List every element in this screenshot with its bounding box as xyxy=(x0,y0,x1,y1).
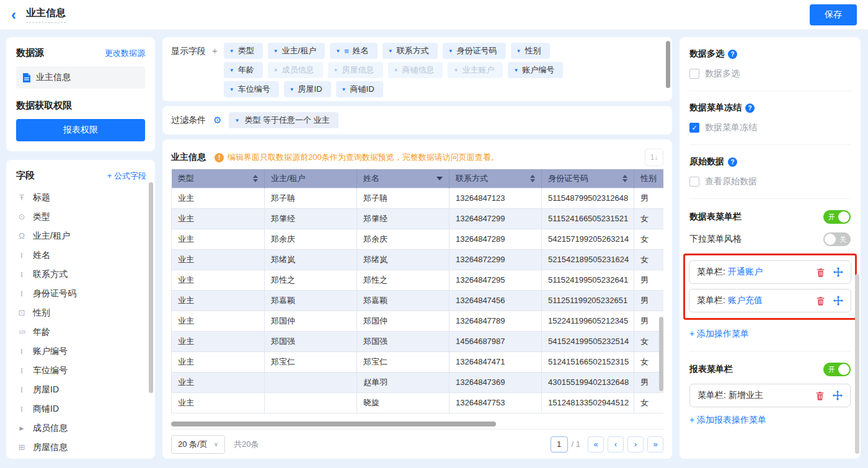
chip-label: 姓名 xyxy=(353,45,369,56)
help-icon[interactable]: ? xyxy=(728,50,737,59)
trash-icon[interactable] xyxy=(816,268,825,277)
table-title: 业主信息 xyxy=(171,152,206,163)
toggle-knob xyxy=(825,234,836,245)
display-field-chip[interactable]: ▼身份证号码 xyxy=(443,43,506,59)
display-fields-panel: 显示字段 + ▼类型▼业主/租户▼≡姓名▼联系方式▼身份证号码▼性别▼年龄▼成员… xyxy=(162,37,672,101)
filter-condition-chip[interactable]: ▼ 类型 等于任意一个 业主 xyxy=(229,112,338,128)
field-item[interactable]: I身份证号码 xyxy=(16,284,146,303)
field-item[interactable]: ⊡性别 xyxy=(16,303,146,322)
chip-label: 房屋信息 xyxy=(342,64,374,76)
field-item[interactable]: I商铺ID xyxy=(16,399,146,418)
raw-data-checkbox[interactable] xyxy=(689,177,699,187)
field-item[interactable]: I车位编号 xyxy=(16,361,146,380)
table-menu-title: 数据表菜单栏 xyxy=(689,211,742,223)
column-header[interactable]: 身份证号码 xyxy=(542,169,634,188)
display-field-chip[interactable]: ▼业主/租户 xyxy=(268,43,326,59)
report-menu-toggle[interactable]: 开 xyxy=(823,363,851,376)
table-vscrollbar-thumb[interactable] xyxy=(659,317,663,391)
field-item[interactable]: I账户编号 xyxy=(16,342,146,361)
fields-scrollbar-thumb[interactable] xyxy=(149,182,153,393)
display-field-chip[interactable]: ▼年龄 xyxy=(224,62,263,78)
table-sort-button[interactable]: 1↓ xyxy=(645,149,663,166)
field-item[interactable]: I姓名 xyxy=(16,245,146,265)
field-item[interactable]: 123年龄 xyxy=(16,322,146,342)
column-header[interactable]: 业主/租户 xyxy=(265,169,357,188)
move-icon[interactable] xyxy=(833,267,843,277)
settings-scrollbar-thumb[interactable] xyxy=(855,274,859,454)
field-item[interactable]: I联系方式 xyxy=(16,265,146,284)
table-menu-toggle[interactable]: 开 xyxy=(823,210,851,224)
table-hscrollbar-thumb[interactable] xyxy=(171,422,496,426)
page-size-select[interactable]: 20 条/页 ∨ xyxy=(171,435,225,454)
display-fields-scrollbar-thumb[interactable] xyxy=(666,41,670,88)
menu-bar-item[interactable]: 菜单栏:开通账户 xyxy=(689,260,851,284)
display-field-chip[interactable]: ▼商铺信息 xyxy=(388,62,443,78)
page-title: 业主信息 xyxy=(26,7,66,23)
add-report-action-menu-link[interactable]: + 添加报表操作菜单 xyxy=(689,415,766,426)
filter-settings-gear-icon[interactable]: ⚙ xyxy=(213,115,221,126)
divider xyxy=(689,91,851,91)
next-page-button[interactable]: › xyxy=(627,436,644,453)
current-page-input[interactable]: 1 xyxy=(551,436,568,453)
link-table-icon: ⊞ xyxy=(16,443,27,452)
add-display-field-button[interactable]: + xyxy=(212,43,218,56)
report-permission-button[interactable]: 报表权限 xyxy=(16,119,145,141)
chip-row: ▼年龄▼成员信息▼房屋信息▼商铺信息▼业主账户▼账户编号 xyxy=(224,62,564,78)
display-field-chip[interactable]: ▼性别 xyxy=(511,43,550,59)
table-zone: 类型业主/租户姓名联系方式身份证号码性别 业主郑子聃郑子聃13264847123… xyxy=(171,169,663,429)
field-item-label: 成员信息 xyxy=(33,423,68,434)
field-item[interactable]: Ŧ标题 xyxy=(16,188,146,207)
display-field-chip[interactable]: ▼车位编号 xyxy=(224,81,279,97)
field-item[interactable]: ⊞商铺信息 xyxy=(16,457,146,459)
menu-bar-item[interactable]: 菜单栏:账户充值 xyxy=(689,289,851,312)
field-item[interactable]: ⊙类型 xyxy=(16,207,146,226)
column-header[interactable]: 联系方式 xyxy=(450,169,542,188)
display-field-chip[interactable]: ▼业主账户 xyxy=(448,62,503,78)
data-preview-panel: 业主信息 ! 编辑界面只取数据源前200条作为查询数据预览，完整数据请访问页面查… xyxy=(162,139,672,459)
display-field-chip[interactable]: ▼账户编号 xyxy=(508,62,563,78)
preview-warning: ! 编辑界面只取数据源前200条作为查询数据预览，完整数据请访问页面查看。 xyxy=(215,152,499,163)
display-field-chip[interactable]: ▼房屋信息 xyxy=(328,62,383,78)
help-icon[interactable]: ? xyxy=(745,104,755,113)
save-button[interactable]: 保存 xyxy=(810,4,857,25)
display-field-chip[interactable]: ▼成员信息 xyxy=(268,62,323,78)
last-page-button[interactable]: » xyxy=(647,436,663,453)
multi-select-checkbox[interactable] xyxy=(689,69,699,79)
trash-icon[interactable] xyxy=(816,296,825,306)
menu-freeze-checkbox[interactable]: ✓ xyxy=(689,123,699,133)
display-field-chip[interactable]: ▼商铺ID xyxy=(336,81,383,97)
back-icon[interactable]: ‹ xyxy=(11,7,16,22)
change-datasource-link[interactable]: 更改数据源 xyxy=(105,48,145,59)
checkbox-icon: ⊡ xyxy=(16,308,27,317)
dropdown-style-toggle[interactable]: 关 xyxy=(823,232,851,246)
display-field-chip[interactable]: ▼联系方式 xyxy=(383,43,438,59)
table-cell: 业主 xyxy=(172,208,265,229)
add-action-menu-link[interactable]: + 添加操作菜单 xyxy=(689,329,749,340)
move-icon[interactable] xyxy=(833,391,843,400)
menu-bar-item[interactable]: 菜单栏:新增业主 xyxy=(689,384,851,407)
column-header[interactable]: 性别 xyxy=(634,169,664,188)
datasource-item[interactable]: 业主信息 xyxy=(16,66,145,89)
field-item[interactable]: ⊞房屋信息 xyxy=(16,438,146,457)
move-icon[interactable] xyxy=(833,296,843,306)
divider xyxy=(689,198,851,199)
field-item[interactable]: ▶成员信息 xyxy=(16,418,146,438)
field-item[interactable]: I房屋ID xyxy=(16,380,146,399)
prev-page-button[interactable]: ‹ xyxy=(608,436,624,453)
display-field-chip[interactable]: ▼类型 xyxy=(224,43,263,59)
multi-select-checkbox-row[interactable]: 数据多选 xyxy=(689,68,851,79)
add-formula-field-link[interactable]: + 公式字段 xyxy=(107,170,146,182)
display-field-chip[interactable]: ▼≡姓名 xyxy=(330,43,378,59)
chip-label: 年龄 xyxy=(238,64,254,76)
field-item[interactable]: Ω业主/租户 xyxy=(16,226,146,245)
column-header[interactable]: 姓名 xyxy=(357,169,450,188)
raw-data-checkbox-row[interactable]: 查看原始数据 xyxy=(689,176,851,187)
column-header[interactable]: 类型 xyxy=(172,169,265,188)
display-field-chip[interactable]: ▼房屋ID xyxy=(284,81,331,97)
chip-label: 业主账户 xyxy=(462,64,494,76)
menu-freeze-checkbox-row[interactable]: ✓ 数据菜单冻结 xyxy=(689,122,851,133)
trash-icon[interactable] xyxy=(815,391,825,400)
help-icon[interactable]: ? xyxy=(728,157,737,167)
table-row: 业主郑国仲郑国仲13264847789152241199605212345男 xyxy=(172,311,664,331)
first-page-button[interactable]: « xyxy=(588,436,604,453)
